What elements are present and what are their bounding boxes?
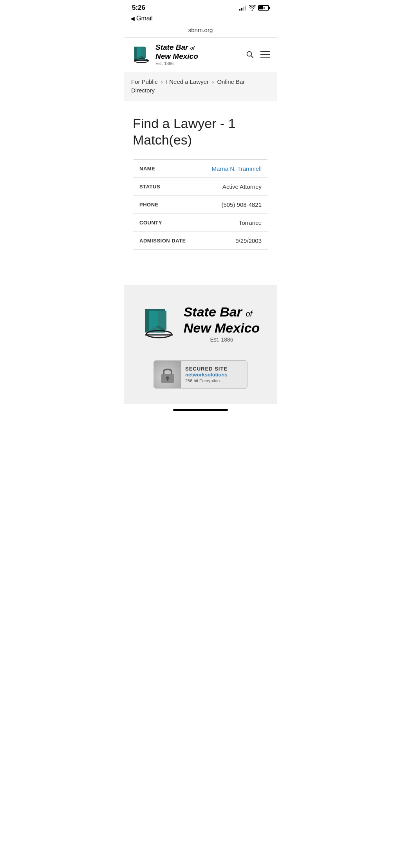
footer-logo: State Bar of New Mexico Est. 1886 xyxy=(141,304,260,343)
home-bar xyxy=(124,404,277,413)
secure-brand-bold: solutions xyxy=(205,372,228,378)
svg-line-7 xyxy=(251,56,253,58)
table-row: NAME Marna N. Trammell xyxy=(133,160,268,178)
secure-subtitle: 256 bit Encryption xyxy=(185,378,243,383)
page-title: Find a Lawyer - 1 Match(es) xyxy=(133,115,268,148)
status-time: 5:26 xyxy=(132,4,145,12)
hamburger-icon xyxy=(260,51,270,58)
table-row: STATUS Active Attorney xyxy=(133,178,268,196)
breadcrumb-sep-2: › xyxy=(212,78,214,85)
menu-button[interactable] xyxy=(260,51,270,58)
breadcrumb-need-lawyer[interactable]: I Need a Lawyer xyxy=(166,78,209,85)
row-value-county: Torrance xyxy=(239,219,262,226)
footer-logo-est: Est. 1886 xyxy=(184,336,260,343)
table-row: PHONE (505) 908-4821 xyxy=(133,196,268,214)
battery-icon: 37 xyxy=(258,5,269,11)
main-content: Find a Lawyer - 1 Match(es) NAME Marna N… xyxy=(124,101,277,262)
back-nav[interactable]: ◀ Gmail xyxy=(124,13,277,25)
url-bar[interactable]: sbnm.org xyxy=(124,25,277,38)
status-icons: 37 xyxy=(239,5,269,11)
results-table: NAME Marna N. Trammell STATUS Active Att… xyxy=(133,159,268,250)
table-row: ADMISSION DATE 9/29/2003 xyxy=(133,232,268,250)
url-text: sbnm.org xyxy=(188,27,213,33)
svg-rect-19 xyxy=(167,378,168,381)
back-label: Gmail xyxy=(136,15,153,22)
row-label-status: STATUS xyxy=(139,184,160,190)
footer-logo-line2: New Mexico xyxy=(184,320,260,336)
signal-icon xyxy=(239,5,246,11)
back-arrow-icon: ◀ xyxy=(130,15,135,22)
content-spacer xyxy=(124,262,277,285)
secure-brand: networksolutions xyxy=(185,372,243,378)
row-label-phone: PHONE xyxy=(139,202,159,208)
footer: State Bar of New Mexico Est. 1886 SECURE… xyxy=(124,285,277,404)
row-label-name: NAME xyxy=(139,166,155,172)
footer-logo-text: State Bar of New Mexico Est. 1886 xyxy=(184,304,260,343)
breadcrumb-sep-1: › xyxy=(161,78,163,85)
secure-site-badge: SECURED SITE networksolutions 256 bit En… xyxy=(154,360,247,389)
lock-icon xyxy=(154,361,181,388)
row-value-phone: (505) 908-4821 xyxy=(221,201,262,208)
logo[interactable]: State Bar of New Mexico Est. 1886 xyxy=(131,43,198,66)
table-row: COUNTY Torrance xyxy=(133,214,268,232)
row-label-county: COUNTY xyxy=(139,220,162,226)
search-icon xyxy=(246,50,254,59)
logo-icon xyxy=(131,44,152,65)
header-icons xyxy=(246,50,270,59)
status-bar: 5:26 37 xyxy=(124,0,277,13)
row-value-admission: 9/29/2003 xyxy=(235,237,262,244)
footer-logo-of: of xyxy=(246,309,252,318)
breadcrumb: For Public › I Need a Lawyer › Online Ba… xyxy=(124,72,277,101)
logo-line2: New Mexico xyxy=(155,52,198,61)
search-button[interactable] xyxy=(246,50,254,59)
home-indicator xyxy=(173,409,228,411)
footer-logo-line1: State Bar of xyxy=(184,304,260,320)
footer-logo-icon xyxy=(141,306,177,341)
row-value-name[interactable]: Marna N. Trammell xyxy=(211,165,262,172)
breadcrumb-for-public[interactable]: For Public xyxy=(131,78,158,85)
secure-brand-plain: network xyxy=(185,372,205,378)
logo-of: of xyxy=(190,45,195,51)
logo-text: State Bar of New Mexico Est. 1886 xyxy=(155,43,198,66)
row-value-status: Active Attorney xyxy=(222,183,262,190)
secure-title: SECURED SITE xyxy=(185,366,243,372)
secure-text: SECURED SITE networksolutions 256 bit En… xyxy=(181,363,247,386)
wifi-icon xyxy=(249,5,256,11)
logo-est: Est. 1886 xyxy=(155,61,198,66)
site-header: State Bar of New Mexico Est. 1886 xyxy=(124,38,277,72)
row-label-admission: ADMISSION DATE xyxy=(139,238,186,244)
